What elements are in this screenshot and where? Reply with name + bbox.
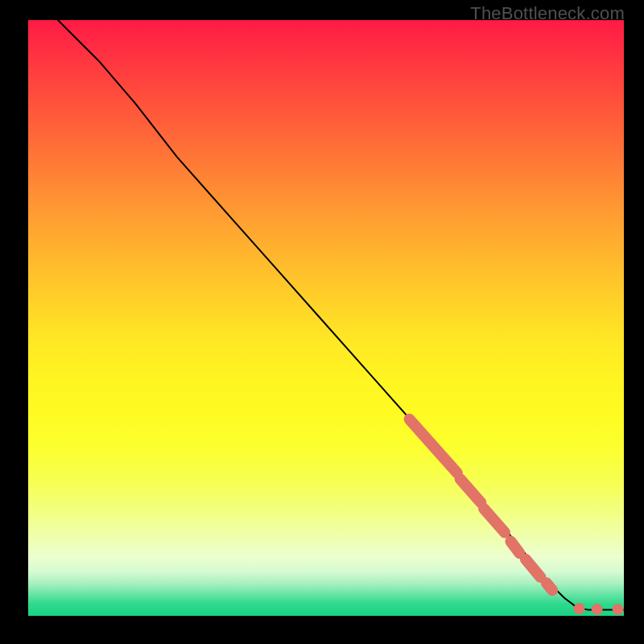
highlight-segments — [410, 419, 553, 590]
bottleneck-curve — [58, 20, 624, 610]
chart-frame: TheBottleneck.com — [0, 0, 644, 644]
highlight-segment — [484, 509, 505, 533]
plot-area — [28, 20, 624, 616]
highlight-dot — [574, 603, 585, 614]
highlight-segment — [526, 559, 541, 577]
highlight-segment — [460, 479, 481, 503]
highlight-dot — [592, 604, 603, 615]
highlight-segment — [410, 419, 457, 473]
highlight-segment — [547, 583, 552, 590]
highlight-segment — [510, 542, 519, 554]
highlight-dots — [574, 603, 624, 615]
highlight-dot — [613, 604, 624, 615]
curve-svg — [28, 20, 624, 616]
